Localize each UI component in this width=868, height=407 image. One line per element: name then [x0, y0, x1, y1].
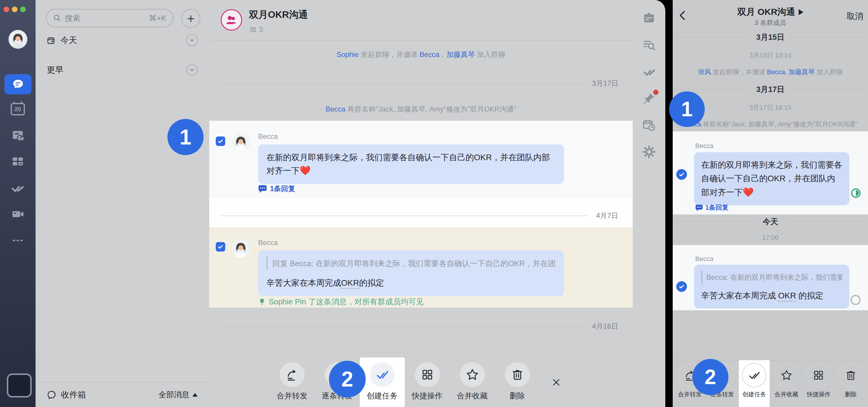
- check-icon: [217, 138, 224, 144]
- exit-multiselect-button[interactable]: [540, 357, 572, 407]
- message-filter-dropdown[interactable]: 全部消息: [159, 389, 198, 400]
- chat-tools-rail: [633, 0, 665, 407]
- user-link[interactable]: 张风: [698, 68, 711, 76]
- user-link[interactable]: Sophie: [337, 51, 359, 58]
- toolbar-item-delete[interactable]: 删除: [495, 357, 540, 407]
- collapse-button[interactable]: [186, 34, 198, 46]
- message-row-selected[interactable]: Becca Becca: 在新的双月即将到来之际，我们需要... 辛苦大家在本周…: [673, 245, 868, 310]
- docs-icon: [10, 128, 25, 143]
- rail-schedule-button[interactable]: [641, 117, 657, 133]
- toolbar-item-merge-favorite[interactable]: 合并收藏: [771, 360, 802, 407]
- announcement-icon: [642, 11, 656, 25]
- merge-forward-icon: [285, 368, 299, 381]
- message-bubble[interactable]: 在新的双月即将到来之际，我们需要各自确认一下自己的OKR，并在团队内部对齐一下❤…: [258, 144, 564, 184]
- rail-tasks-button[interactable]: [641, 64, 657, 80]
- message-gap-band: 4月7日: [209, 199, 633, 227]
- toolbar-item-merge-forward[interactable]: 合并转发: [270, 357, 315, 407]
- unread-status-indicator: [850, 295, 861, 305]
- toolbar-item-quick-action[interactable]: 快捷操作: [803, 360, 834, 407]
- calendar-icon: [47, 36, 55, 45]
- sidebar-item-video[interactable]: [10, 206, 26, 222]
- message-check-circle[interactable]: [676, 281, 687, 292]
- toolbar-item-delete[interactable]: 删除: [835, 360, 866, 407]
- sidebar-item-workplace[interactable]: [10, 154, 26, 170]
- rail-announcement-button[interactable]: [641, 11, 657, 26]
- chat-list-section-earlier[interactable]: 更早: [36, 62, 209, 78]
- sender-avatar[interactable]: [231, 239, 250, 258]
- notification-dot: [653, 90, 658, 95]
- create-task-icon: [748, 369, 761, 381]
- message-row-selected[interactable]: Becca 在新的双月即将到来之际，我们需要各自确认一下自己的OKR，并在团队内…: [209, 121, 633, 199]
- window-close-button[interactable]: [4, 6, 9, 12]
- user-avatar[interactable]: [9, 30, 27, 49]
- rail-search-messages-button[interactable]: [641, 37, 657, 53]
- sender-name[interactable]: Becca: [695, 255, 713, 263]
- date-label: 3月17日: [756, 84, 784, 95]
- collapse-button[interactable]: [186, 64, 198, 76]
- sidebar-item-more[interactable]: [10, 233, 26, 248]
- ellipsis-icon: [11, 234, 24, 247]
- window-zoom-button[interactable]: [20, 6, 26, 12]
- message-checkbox-checked[interactable]: [216, 242, 225, 252]
- message-text: 辛苦大家在本周完成OKR的拟定: [267, 277, 556, 290]
- quick-action-icon: [813, 369, 825, 381]
- group-avatar[interactable]: [221, 9, 242, 31]
- new-chat-button[interactable]: [181, 9, 200, 28]
- workspace-switcher[interactable]: [7, 374, 32, 398]
- cancel-button[interactable]: 取消: [847, 11, 863, 22]
- system-message: Becca 将群名称"Jack, 加藤真琴, Amy"修改为"双月OKR沟通": [209, 105, 633, 114]
- message-row-selected-pinned[interactable]: Becca 回复 Becca: 在新的双月即将到来之际，我们需要各自确认一下自己…: [209, 227, 633, 308]
- toolbar-item-quick-action[interactable]: 快捷操作: [405, 357, 450, 407]
- message-checkbox-checked[interactable]: [216, 137, 225, 146]
- message-bubble[interactable]: 回复 Becca: 在新的双月即将到来之际，我们需要各自确认一下自己的OKR，并…: [258, 250, 564, 296]
- quoted-message[interactable]: Becca: 在新的双月即将到来之际，我们需要...: [701, 270, 842, 284]
- thread-reply-link[interactable]: 1条回复: [258, 184, 295, 194]
- sender-avatar[interactable]: [231, 133, 250, 152]
- date-label: 今天: [763, 216, 778, 227]
- inbox-bar[interactable]: 收件箱 全部消息: [36, 382, 209, 407]
- inbox-label: 收件箱: [61, 389, 86, 401]
- chat-list-section-today[interactable]: 今天: [36, 32, 209, 49]
- check-icon: [217, 243, 224, 250]
- keyword-underlined[interactable]: OKR: [341, 278, 359, 289]
- keyword-underlined[interactable]: OKR: [778, 291, 796, 302]
- rail-settings-button[interactable]: [641, 144, 657, 159]
- rail-pinned-button[interactable]: [641, 91, 657, 106]
- toolbar-item-create-task[interactable]: 创建任务: [739, 360, 770, 407]
- message-check-circle[interactable]: [676, 169, 687, 180]
- search-input[interactable]: 搜索 ⌘+K: [46, 9, 173, 27]
- date-divider: 4月7日: [221, 211, 618, 221]
- sidebar-item-tasks[interactable]: [10, 180, 26, 196]
- message-bubble[interactable]: 在新的双月即将到来之际，我们需要各自确认一下自己的OKR，并在团队内部对齐一下❤…: [694, 152, 849, 205]
- user-link[interactable]: Becca: [767, 68, 785, 76]
- toolbar-item-merge-favorite[interactable]: 合并收藏: [450, 357, 495, 407]
- system-message: Sophie 发起群聊，并邀请 Becca，加藤真琴 加入群聊: [209, 50, 633, 59]
- message-row-selected[interactable]: Becca 在新的双月即将到来之际，我们需要各自确认一下自己的OKR，并在团队内…: [673, 132, 868, 214]
- title-expand-icon: [799, 9, 803, 15]
- message-bubble[interactable]: Becca: 在新的双月即将到来之际，我们需要... 辛苦大家在本周完成 OKR…: [694, 265, 849, 309]
- sender-name[interactable]: Becca: [258, 238, 278, 247]
- group-people-icon: [225, 13, 238, 26]
- user-link[interactable]: Becca: [326, 105, 345, 113]
- sidebar-item-messages[interactable]: [4, 74, 31, 94]
- chevron-down-icon: [189, 37, 195, 43]
- toolbar-item-create-task[interactable]: 创建任务: [360, 357, 405, 407]
- system-message: 张风 发起群聊，并邀请 Becca, 加藤真琴 加入群聊: [673, 68, 868, 77]
- user-link[interactable]: 加藤真琴: [446, 51, 475, 58]
- chat-main-panel: 双月OKR沟通 3 Sophie 发起群聊，并邀请 Becca，加藤真琴 加入群…: [209, 0, 633, 407]
- sidebar-item-docs[interactable]: [10, 127, 26, 143]
- avatar-photo-icon: [231, 239, 250, 258]
- user-link[interactable]: Becca: [420, 51, 439, 58]
- member-count[interactable]: 3: [249, 26, 263, 34]
- chat-bubble-icon: [11, 78, 25, 91]
- user-link[interactable]: 加藤真琴: [788, 68, 815, 76]
- thread-reply-link[interactable]: 1条回复: [695, 203, 728, 212]
- quoted-message[interactable]: 回复 Becca: 在新的双月即将到来之际，我们需要各自确认一下自己的OKR，并…: [267, 257, 556, 270]
- plus-icon: [186, 14, 195, 23]
- sidebar-item-calendar[interactable]: 20: [10, 101, 26, 117]
- sender-name[interactable]: Becca: [695, 142, 713, 150]
- filter-label: 全部消息: [159, 389, 189, 400]
- sender-name[interactable]: Becca: [258, 132, 278, 141]
- window-minimize-button[interactable]: [12, 6, 18, 12]
- chat-title[interactable]: 双月 OKR沟通: [673, 6, 868, 18]
